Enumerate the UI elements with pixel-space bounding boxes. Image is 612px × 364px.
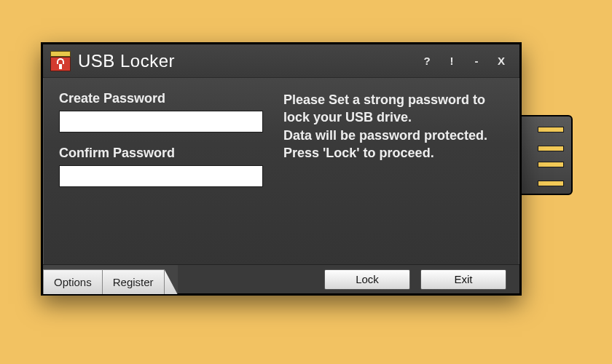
usb-connector-decor: [519, 115, 573, 195]
instruction-line: Please Set a strong password to lock you…: [283, 91, 503, 127]
exit-button[interactable]: Exit: [420, 269, 506, 290]
usb-pin: [538, 181, 564, 186]
footer: Options Register Lock Exit: [43, 264, 519, 293]
app-title: USB Locker: [78, 51, 422, 71]
usb-pin: [538, 127, 564, 132]
titlebar: USB Locker ? ! - X: [43, 44, 519, 78]
minimize-button[interactable]: !: [447, 55, 457, 67]
close-button[interactable]: X: [496, 55, 506, 67]
lock-icon: [50, 51, 71, 71]
action-buttons: Lock Exit: [324, 265, 519, 293]
create-password-label: Create Password: [59, 91, 263, 106]
password-form: Create Password Confirm Password: [59, 91, 263, 257]
lock-button[interactable]: Lock: [324, 269, 410, 290]
usb-pin: [538, 162, 564, 167]
instruction-line: Data will be password protected.: [283, 127, 503, 144]
app-window: USB Locker ? ! - X Create Password Confi…: [41, 42, 522, 296]
tab-tail-decor: [165, 269, 178, 294]
confirm-password-input[interactable]: [59, 165, 263, 187]
footer-spacer: [178, 265, 324, 293]
register-tab[interactable]: Register: [103, 269, 165, 294]
spacer-button[interactable]: -: [471, 55, 482, 67]
footer-tabs: Options Register: [43, 265, 178, 293]
help-button[interactable]: ?: [422, 55, 432, 67]
usb-pin: [538, 146, 564, 151]
instructions-text: Please Set a strong password to lock you…: [283, 91, 503, 257]
options-tab[interactable]: Options: [43, 269, 103, 294]
create-password-input[interactable]: [59, 111, 263, 132]
confirm-password-label: Confirm Password: [59, 146, 263, 161]
window-controls: ? ! - X: [422, 55, 512, 67]
body-area: Create Password Confirm Password Please …: [43, 78, 519, 264]
instruction-line: Press 'Lock' to proceed.: [283, 144, 503, 162]
